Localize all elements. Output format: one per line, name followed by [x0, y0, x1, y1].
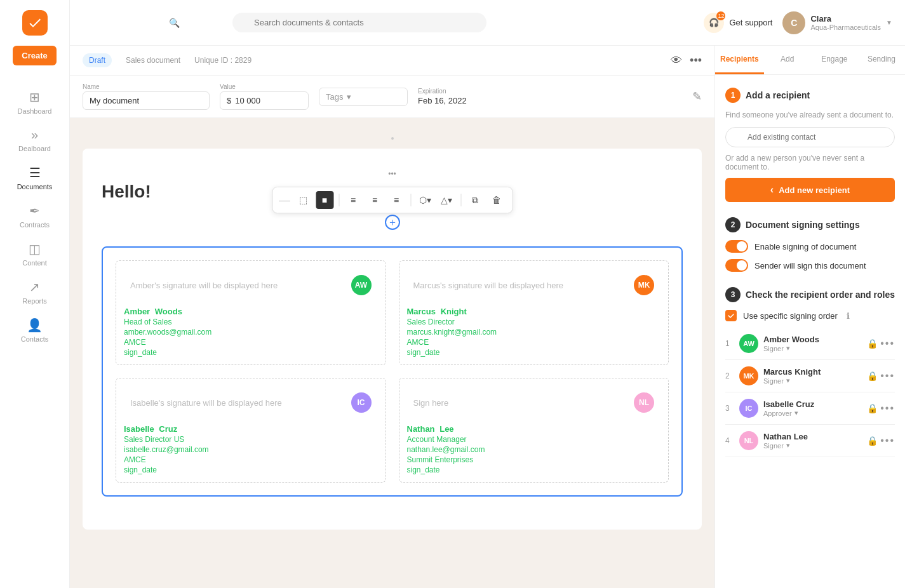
signature-grid: Amber's signature will be displayed here… [102, 246, 683, 497]
create-button[interactable]: Create [13, 46, 56, 65]
document-fields: Name Value $ 10 000 Tags ▾ [70, 76, 714, 118]
section-3-title: Check the recipient order and roles [746, 290, 895, 300]
sidebar-item-documents[interactable]: ☰ Documents [0, 159, 69, 197]
enable-signing-toggle[interactable] [725, 240, 748, 253]
add-row-button[interactable]: ＋ [385, 215, 400, 230]
sig-company-nl: Summit Enterprises [407, 455, 661, 464]
user-avatar: C [782, 11, 805, 34]
signature-box-ic: Isabelle's signature will be displayed h… [116, 378, 386, 483]
recipient-actions-aw: 🔒 ••• [867, 338, 895, 349]
sidebar-item-content[interactable]: ◫ Content [0, 235, 69, 273]
recipient-actions-nl: 🔒 ••• [867, 435, 895, 446]
recipient-role-nl[interactable]: Signer ▾ [763, 441, 862, 450]
sidebar-item-reports[interactable]: ↗ Reports [0, 273, 69, 311]
name-input[interactable] [83, 91, 210, 110]
document-area: Draft Sales document Unique ID : 2829 👁 … [70, 46, 714, 588]
delete-tool[interactable]: 🗑 [488, 191, 506, 209]
tab-add[interactable]: Add [764, 46, 811, 74]
tab-draft[interactable]: Draft [83, 53, 112, 67]
sig-placeholder-aw: Amber's signature will be displayed here… [124, 269, 378, 302]
add-existing-contact-input[interactable] [725, 127, 895, 147]
recipient-info-aw: Amber Woods Signer ▾ [763, 335, 862, 352]
add-new-recipient-button[interactable]: ‹ Add new recipient [725, 178, 895, 202]
section-recipient-order: 3 Check the recipient order and roles Us… [725, 287, 895, 457]
shape-tool[interactable]: △▾ [438, 191, 455, 209]
user-menu[interactable]: C Clara Aqua-Pharmaceuticals ▼ [782, 11, 892, 34]
block-tool[interactable]: ■ [316, 191, 333, 209]
search-icon: 🔍 [169, 18, 180, 28]
document-canvas: ••• — ⬚ ■ ≡ ≡ ≡ ⬡▾ △▾ [70, 118, 714, 588]
name-label: Name [83, 83, 210, 90]
tags-input[interactable]: Tags ▾ [319, 88, 408, 106]
separator-2 [410, 194, 411, 206]
recipient-role-ic[interactable]: Approver ▾ [763, 409, 862, 417]
recipient-list: 1 AW Amber Woods Signer ▾ 🔒 [725, 328, 895, 457]
align-right[interactable]: ≡ [387, 191, 405, 209]
align-left[interactable]: ≡ [344, 191, 362, 209]
more-icon-ic[interactable]: ••• [880, 403, 895, 414]
sig-avatar-nl: NL [634, 392, 654, 413]
tags-label: Tags [326, 92, 343, 102]
topbar: 🔍 🎧 12 Get support C Clara Aqua-Pharmace… [70, 0, 905, 46]
sidebar-item-dashboard[interactable]: ⊞ Dashboard [0, 83, 69, 121]
more-icon-nl[interactable]: ••• [880, 435, 895, 446]
eye-icon[interactable]: 👁 [671, 54, 682, 67]
section-3-num: 3 [725, 287, 741, 302]
sig-email-ic: isabelle.cruz@gmail.com [124, 445, 378, 454]
lock-icon-aw[interactable]: 🔒 [867, 338, 878, 349]
tab-recipients[interactable]: Recipients [715, 46, 764, 74]
recipient-item-mk: 2 MK Marcus Knight Signer ▾ 🔒 [725, 360, 895, 392]
align-center[interactable]: ≡ [366, 191, 384, 209]
add-row-area: ＋ [102, 215, 683, 230]
sig-email-nl: nathan.lee@gmail.com [407, 445, 661, 454]
separator-1 [339, 194, 339, 206]
panel-content: 1 Add a recipient Find someone you've al… [715, 75, 905, 485]
sig-placeholder-text-mk: Marcus's signature will be displayed her… [413, 281, 634, 290]
info-icon[interactable]: ℹ [847, 311, 850, 321]
edit-icon[interactable]: ✎ [692, 90, 702, 104]
minus-icon[interactable]: — [279, 194, 290, 207]
lock-icon-mk[interactable]: 🔒 [867, 371, 878, 381]
recipient-role-aw[interactable]: Signer ▾ [763, 344, 862, 352]
sidebar-item-contacts[interactable]: 👤 Contacts [0, 311, 69, 349]
selection-tool[interactable]: ⬚ [294, 191, 312, 209]
sidebar-item-dealboard[interactable]: » Dealboard [0, 121, 69, 159]
toggle-enable-signing: Enable signing of document [725, 240, 895, 253]
recipient-info-mk: Marcus Knight Signer ▾ [763, 367, 862, 385]
chevron-down-icon: ▾ [347, 92, 351, 102]
sender-sign-label: Sender will sign this document [754, 261, 866, 271]
recipient-name-nl: Nathan Lee [763, 432, 862, 441]
doc-header-actions: 👁 ••• [671, 54, 702, 67]
lock-icon-nl[interactable]: 🔒 [867, 436, 878, 446]
more-icon[interactable]: ••• [690, 54, 702, 67]
recipient-item-ic: 3 IC Isabelle Cruz Approver ▾ 🔒 [725, 392, 895, 425]
recipient-actions-ic: 🔒 ••• [867, 403, 895, 414]
user-name: Clara [810, 14, 881, 23]
signing-order-checkbox[interactable] [725, 310, 737, 321]
more-icon-aw[interactable]: ••• [880, 338, 895, 349]
copy-tool[interactable]: ⧉ [466, 191, 484, 209]
lock-icon-ic[interactable]: 🔒 [867, 403, 878, 413]
support-button[interactable]: 🎧 12 Get support [704, 13, 772, 33]
document-header: Draft Sales document Unique ID : 2829 👁 … [70, 46, 714, 76]
value-input[interactable]: $ 10 000 [220, 91, 309, 110]
recipient-role-mk[interactable]: Signer ▾ [763, 377, 862, 385]
value-amount: 10 000 [235, 96, 260, 105]
tab-engage[interactable]: Engage [811, 46, 858, 74]
tab-sales-document[interactable]: Sales document [119, 53, 187, 67]
sig-email-aw: amber.woods@gmail.com [124, 328, 378, 337]
sig-date-nl: sign_date [407, 465, 661, 474]
recipient-avatar-nl: NL [739, 431, 758, 450]
expiration-field-group: Expiration Feb 16, 2022 [418, 88, 467, 105]
search-input[interactable] [232, 13, 486, 32]
section-signing-settings: 2 Document signing settings Enable signi… [725, 217, 895, 272]
content-icon: ◫ [29, 241, 41, 257]
tab-sending[interactable]: Sending [858, 46, 905, 74]
documents-icon: ☰ [29, 165, 41, 180]
sig-name-nl: Nathan Lee [407, 424, 661, 434]
color-tool[interactable]: ⬡▾ [416, 191, 434, 209]
user-company: Aqua-Pharmaceuticals [810, 23, 881, 31]
sidebar-item-contracts[interactable]: ✒ Contracts [0, 197, 69, 235]
sender-sign-toggle[interactable] [725, 259, 748, 272]
more-icon-mk[interactable]: ••• [880, 370, 895, 382]
